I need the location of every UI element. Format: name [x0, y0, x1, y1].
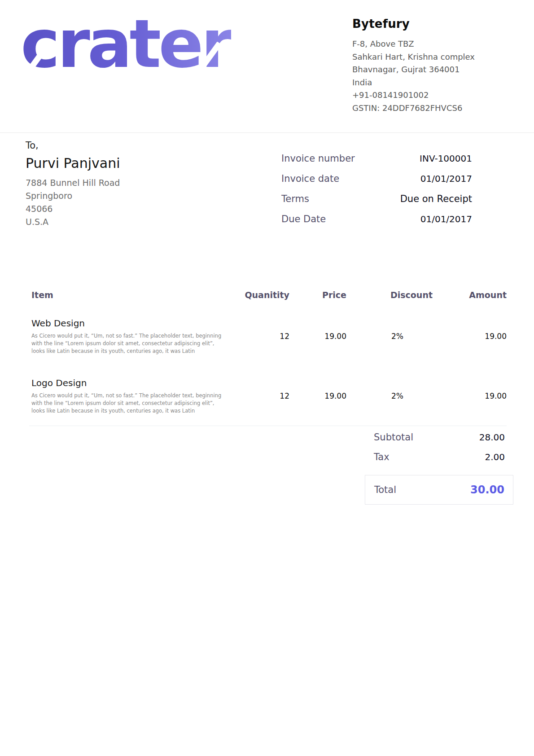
- due-date-label: Due Date: [281, 214, 326, 224]
- item-description: As Cicero would put it, “Um, not so fast…: [31, 332, 225, 355]
- total-label: Total: [374, 484, 396, 495]
- company-name: Bytefury: [352, 17, 523, 31]
- table-row: Web Design As Cicero would put it, “Um, …: [29, 306, 507, 366]
- invoice-date-label: Invoice date: [281, 173, 339, 184]
- item-price: 19.00: [289, 366, 346, 426]
- terms-label: Terms: [281, 193, 309, 204]
- bill-to-block: To, Purvi Panjvani 7884 Bunnel Hill Road…: [26, 140, 214, 229]
- item-cell: Logo Design As Cicero would put it, “Um,…: [29, 366, 231, 426]
- column-header-discount: Discount: [346, 286, 433, 306]
- items-table-section: Item Quanitity Price Discount Amount Web…: [29, 286, 507, 426]
- customer-name: Purvi Panjvani: [26, 155, 214, 171]
- items-table: Item Quanitity Price Discount Amount Web…: [29, 286, 507, 426]
- terms-value: Due on Receipt: [400, 193, 472, 204]
- tax-value: 2.00: [485, 452, 505, 462]
- items-table-header-row: Item Quanitity Price Discount Amount: [29, 286, 507, 306]
- item-price: 19.00: [289, 306, 346, 366]
- company-address-line: F-8, Above TBZ: [352, 38, 523, 51]
- total-box: Total 30.00: [365, 475, 513, 505]
- column-header-price: Price: [289, 286, 346, 306]
- customer-address-line: Springboro: [26, 189, 214, 202]
- item-quantity: 12: [231, 366, 289, 426]
- company-address-line: Bhavnagar, Gujrat 364001: [352, 63, 523, 76]
- bill-to-prefix: To,: [26, 140, 214, 151]
- company-phone: +91-08141901002: [352, 89, 523, 102]
- customer-address-line: 45066: [26, 202, 214, 215]
- subtotal-label: Subtotal: [374, 432, 413, 443]
- due-date-value: 01/01/2017: [420, 214, 472, 224]
- totals-section: Subtotal 28.00 Tax 2.00 Total 30.00: [365, 427, 513, 505]
- customer-address-line: 7884 Bunnel Hill Road: [26, 176, 214, 189]
- item-name: Logo Design: [31, 378, 227, 388]
- subtotal-row: Subtotal 28.00: [365, 427, 513, 447]
- invoice-date-value: 01/01/2017: [420, 173, 472, 184]
- company-block: Bytefury F-8, Above TBZ Sahkari Hart, Kr…: [352, 17, 523, 114]
- item-name: Web Design: [31, 318, 227, 329]
- due-date-row: Due Date 01/01/2017: [281, 209, 472, 229]
- column-header-quantity: Quanitity: [231, 286, 289, 306]
- item-amount: 19.00: [433, 366, 507, 426]
- invoice-page: crater Bytefury F-8, Above TBZ Sahkari H…: [0, 0, 534, 756]
- item-cell: Web Design As Cicero would put it, “Um, …: [29, 306, 231, 366]
- invoice-number-value: INV-100001: [420, 153, 472, 164]
- company-address-line: Sahkari Hart, Krishna complex: [352, 51, 523, 64]
- item-discount: 2%: [346, 306, 433, 366]
- invoice-number-row: Invoice number INV-100001: [281, 148, 472, 168]
- crater-logo-text: crater: [21, 11, 231, 77]
- invoice-meta: Invoice number INV-100001 Invoice date 0…: [281, 148, 472, 229]
- tax-row: Tax 2.00: [365, 447, 513, 467]
- item-discount: 2%: [346, 366, 433, 426]
- customer-address-line: U.S.A: [26, 215, 214, 229]
- total-value: 30.00: [470, 483, 504, 496]
- crater-logo: crater: [21, 23, 227, 86]
- invoice-date-row: Invoice date 01/01/2017: [281, 168, 472, 189]
- tax-label: Tax: [374, 452, 390, 462]
- item-amount: 19.00: [433, 306, 507, 366]
- column-header-amount: Amount: [433, 286, 507, 306]
- item-quantity: 12: [231, 306, 289, 366]
- company-address-line: India: [352, 76, 523, 89]
- subtotal-value: 28.00: [479, 432, 505, 443]
- item-description: As Cicero would put it, “Um, not so fast…: [31, 392, 225, 415]
- invoice-number-label: Invoice number: [281, 153, 355, 164]
- column-header-item: Item: [29, 286, 231, 306]
- company-gstin: GSTIN: 24DDF7682FHVCS6: [352, 102, 523, 115]
- invoice-header: crater Bytefury F-8, Above TBZ Sahkari H…: [0, 0, 534, 133]
- terms-row: Terms Due on Receipt: [281, 189, 472, 209]
- table-row: Logo Design As Cicero would put it, “Um,…: [29, 366, 507, 426]
